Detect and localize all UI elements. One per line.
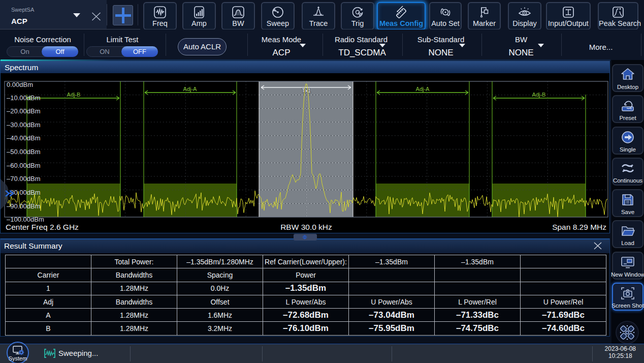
svg-text:–40.00dBm: –40.00dBm xyxy=(7,134,41,142)
svg-text:–90.00dBm: –90.00dBm xyxy=(7,202,41,210)
svg-text:–10.00dBm: –10.00dBm xyxy=(7,94,41,102)
svg-text:–60.00dBm: –60.00dBm xyxy=(7,162,41,169)
svg-text:0.00dBm: 0.00dBm xyxy=(7,81,33,88)
svg-text:–70.00dBm: –70.00dBm xyxy=(7,175,41,183)
svg-text:Adj-A: Adj-A xyxy=(416,86,430,92)
svg-text:Adj-A: Adj-A xyxy=(183,86,198,92)
svg-text:–30.00dBm: –30.00dBm xyxy=(7,121,41,129)
svg-text:Adj-B: Adj-B xyxy=(532,92,546,98)
svg-text:–50.00dBm: –50.00dBm xyxy=(7,148,41,156)
svg-text:Adj-B: Adj-B xyxy=(67,92,81,98)
svg-text:Tx1: Tx1 xyxy=(302,87,311,94)
svg-text:–20.00dBm: –20.00dBm xyxy=(7,107,41,115)
